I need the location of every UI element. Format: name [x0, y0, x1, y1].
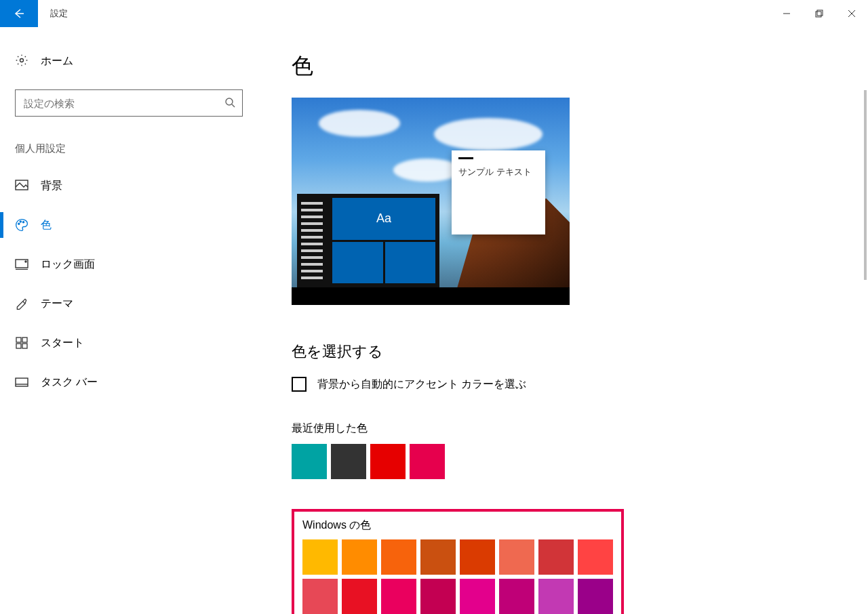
svg-point-9 [18, 223, 20, 224]
preview-tile-text: Aa [332, 198, 435, 240]
sidebar-item-start[interactable]: スタート [0, 323, 258, 363]
sidebar-item-label: 背景 [41, 179, 62, 193]
checkbox-icon[interactable] [292, 377, 307, 392]
home-button[interactable]: ホーム [0, 47, 258, 75]
taskbar-icon [15, 377, 28, 387]
windows-colors-highlight-box: Windows の色 [292, 509, 624, 614]
color-swatch[interactable] [499, 579, 534, 614]
windows-colors-grid [302, 539, 613, 614]
minimize-icon [783, 9, 791, 18]
recent-colors-label: 最近使用した色 [292, 422, 841, 436]
color-swatch[interactable] [381, 539, 416, 575]
color-swatch[interactable] [578, 539, 613, 575]
home-label: ホーム [41, 54, 73, 68]
svg-point-5 [20, 58, 24, 62]
svg-point-6 [226, 98, 233, 105]
content-area: 色 Aa [258, 27, 868, 614]
sidebar-section-header: 個人用設定 [0, 142, 258, 155]
color-swatch[interactable] [460, 539, 495, 575]
color-swatch[interactable] [538, 539, 574, 575]
sidebar-item-background[interactable]: 背景 [0, 166, 258, 205]
recent-color-swatch[interactable] [292, 444, 327, 479]
color-swatch[interactable] [302, 539, 338, 575]
sidebar-item-label: タスク バー [41, 375, 98, 390]
scrollbar-thumb[interactable] [864, 90, 867, 280]
close-button[interactable] [835, 0, 868, 27]
theme-icon [15, 297, 28, 310]
color-row [302, 539, 613, 575]
search-box[interactable] [15, 89, 243, 117]
color-swatch[interactable] [342, 539, 377, 575]
search-input[interactable] [24, 98, 224, 109]
palette-icon [15, 218, 28, 232]
color-swatch[interactable] [460, 579, 495, 614]
sidebar-item-label: スタート [41, 336, 84, 350]
recent-color-swatch[interactable] [331, 444, 366, 479]
sidebar-item-label: 色 [41, 218, 52, 232]
windows-colors-label: Windows の色 [302, 518, 613, 533]
search-icon [224, 97, 235, 110]
svg-line-7 [232, 104, 235, 107]
sidebar-item-label: ロック画面 [41, 258, 95, 272]
back-button[interactable] [0, 0, 38, 27]
page-heading: 色 [292, 52, 841, 81]
preview-start-menu: Aa [297, 194, 439, 287]
preview-sample-window: サンプル テキスト [452, 150, 545, 234]
minimize-button[interactable] [770, 0, 803, 27]
color-swatch[interactable] [381, 579, 416, 614]
color-swatch[interactable] [499, 539, 534, 575]
color-row [302, 579, 613, 614]
preview-sample-text: サンプル テキスト [458, 166, 538, 178]
maximize-icon [815, 9, 823, 18]
auto-pick-checkbox-row[interactable]: 背景から自動的にアクセント カラーを選ぶ [292, 377, 841, 392]
svg-rect-17 [16, 344, 21, 348]
window-title: 設定 [38, 0, 68, 27]
color-swatch[interactable] [420, 579, 456, 614]
svg-rect-18 [22, 344, 27, 348]
maximize-button[interactable] [803, 0, 835, 27]
sidebar: ホーム 個人用設定 背景 [0, 27, 258, 614]
sidebar-item-themes[interactable]: テーマ [0, 284, 258, 323]
lockscreen-icon [15, 259, 28, 270]
svg-rect-16 [22, 337, 27, 342]
picture-icon [15, 180, 28, 192]
recent-color-swatch[interactable] [370, 444, 406, 479]
sidebar-item-lockscreen[interactable]: ロック画面 [0, 245, 258, 284]
svg-point-10 [20, 221, 21, 222]
close-icon [848, 9, 856, 18]
recent-color-swatch[interactable] [410, 444, 445, 479]
arrow-left-icon [12, 7, 26, 20]
color-swatch[interactable] [342, 579, 377, 614]
color-preview: Aa サンプル テキスト [292, 98, 570, 305]
sidebar-item-taskbar[interactable]: タスク バー [0, 363, 258, 402]
svg-rect-1 [816, 12, 821, 17]
svg-point-14 [25, 261, 26, 262]
svg-point-11 [22, 222, 24, 223]
svg-rect-15 [16, 337, 21, 342]
sidebar-item-label: テーマ [41, 297, 73, 311]
color-swatch[interactable] [420, 539, 456, 575]
start-icon [15, 337, 28, 349]
svg-rect-19 [16, 378, 28, 386]
auto-pick-label: 背景から自動的にアクセント カラーを選ぶ [317, 377, 526, 392]
recent-colors-row [292, 444, 841, 479]
sidebar-item-colors[interactable]: 色 [0, 205, 258, 245]
preview-taskbar [292, 287, 570, 305]
color-swatch[interactable] [302, 579, 338, 614]
titlebar: 設定 [0, 0, 868, 27]
choose-color-heading: 色を選択する [292, 342, 841, 362]
window-controls [770, 0, 868, 27]
color-swatch[interactable] [538, 579, 574, 614]
svg-rect-2 [817, 10, 823, 16]
color-swatch[interactable] [578, 579, 613, 614]
gear-icon [15, 54, 28, 69]
